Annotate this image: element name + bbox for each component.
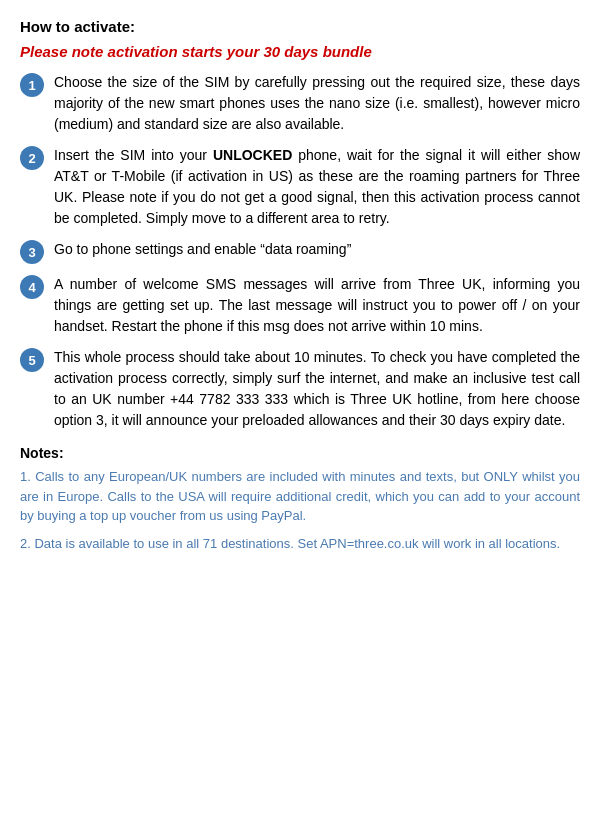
note-2: 2. Data is available to use in all 71 de… [20, 534, 580, 554]
step-2-text-bold: UNLOCKED [213, 147, 292, 163]
steps-list: 1 Choose the size of the SIM by carefull… [20, 72, 580, 431]
step-4-number: 4 [20, 275, 44, 299]
step-2-text-before: Insert the SIM into your [54, 147, 213, 163]
step-5-number: 5 [20, 348, 44, 372]
page-heading: How to activate: [20, 18, 580, 35]
note-1: 1. Calls to any European/UK numbers are … [20, 467, 580, 526]
step-2-row: 2 Insert the SIM into your UNLOCKED phon… [20, 145, 580, 229]
step-4-row: 4 A number of welcome SMS messages will … [20, 274, 580, 337]
alert-text: Please note activation starts your 30 da… [20, 43, 580, 60]
step-4-text: A number of welcome SMS messages will ar… [54, 274, 580, 337]
step-3-row: 3 Go to phone settings and enable “data … [20, 239, 580, 264]
step-2-number: 2 [20, 146, 44, 170]
step-3-text: Go to phone settings and enable “data ro… [54, 239, 580, 260]
step-2-text: Insert the SIM into your UNLOCKED phone,… [54, 145, 580, 229]
step-5-row: 5 This whole process should take about 1… [20, 347, 580, 431]
step-1-row: 1 Choose the size of the SIM by carefull… [20, 72, 580, 135]
step-1-number: 1 [20, 73, 44, 97]
notes-section: Notes: 1. Calls to any European/UK numbe… [20, 445, 580, 553]
step-3-number: 3 [20, 240, 44, 264]
step-5-text: This whole process should take about 10 … [54, 347, 580, 431]
step-1-text: Choose the size of the SIM by carefully … [54, 72, 580, 135]
notes-title: Notes: [20, 445, 580, 461]
